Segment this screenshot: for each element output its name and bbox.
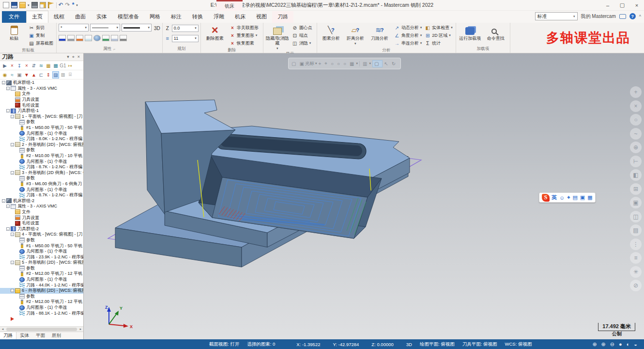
g1-post-icon[interactable]: G1	[60, 62, 66, 69]
delete-nonassociative-button[interactable]: × 非关联图形	[229, 24, 261, 32]
vertex-select-icon[interactable]: ⋮	[630, 238, 642, 250]
panel-menu-icon[interactable]: ▾	[65, 54, 71, 60]
tree-expander[interactable]: -	[6, 109, 10, 112]
line-width-select[interactable]: ▾	[122, 24, 152, 32]
edit-check-button[interactable]	[40, 2, 46, 8]
status-segment[interactable]: 选择的图素: 0	[247, 341, 275, 348]
shaded-edges-view-icon[interactable]: ◐	[627, 341, 630, 348]
ime-mic-icon[interactable]: ⌖	[567, 194, 570, 201]
tree-item[interactable]: - 属性 - 3 - AXIS VMC	[0, 86, 83, 92]
delete-entities-button[interactable]: × 删除图素	[203, 24, 227, 47]
tree-item[interactable]: 参数	[0, 294, 83, 300]
ime-english-icon[interactable]: 英	[552, 194, 557, 201]
help-icon[interactable]: ?	[629, 13, 636, 19]
tree-item[interactable]: #1 - M50.00 平铣刀 - 50 平铣	[0, 243, 83, 249]
scroll-left-icon[interactable]: ◂	[0, 327, 5, 331]
tree-expander[interactable]: -	[11, 143, 14, 146]
tree-item[interactable]: 刀路 - 8.7K - 1-2.NC - 程序编	[0, 192, 83, 198]
tree-item[interactable]: - 6 - 外形铣削 (2D) - [WCS: 俯视图	[0, 288, 83, 294]
manager-tab[interactable]: 层别	[48, 332, 64, 339]
flag-button[interactable]	[48, 2, 54, 8]
save-button[interactable]	[11, 2, 17, 8]
regen-selected-icon[interactable]: ↧	[16, 62, 23, 69]
unselect-all-ops-icon[interactable]: ×	[9, 62, 15, 69]
tree-expander[interactable]: -	[11, 171, 14, 174]
tree-expander[interactable]: -	[2, 199, 5, 203]
tree-expander[interactable]: -	[11, 289, 14, 292]
paste-button[interactable]: 粘贴	[2, 24, 26, 47]
tree-item[interactable]: - 属性 - 3 - AXIS VMC	[0, 204, 83, 209]
ribbon-tab[interactable]: 线框	[48, 11, 70, 23]
grid-icon[interactable]: ⊞	[630, 183, 642, 195]
tree-item[interactable]: 刀具设置	[0, 215, 83, 221]
layers-quick-icon[interactable]: ≡	[630, 252, 642, 264]
tree-item[interactable]: 参数	[0, 266, 83, 271]
status-segment[interactable]: Z: 0.00000	[371, 342, 393, 347]
tree-expander[interactable]: -	[6, 87, 10, 90]
tree-item[interactable]: 刀路 - 23.9K - 1-2.NC - 程序编	[0, 254, 83, 260]
my-mastercam-link[interactable]: 我的 Mastercam	[581, 13, 616, 20]
circle-select-icon[interactable]: ○	[630, 114, 642, 126]
feature-select-icon[interactable]: ▤	[630, 224, 642, 236]
level-input[interactable]: 11 ▾	[172, 35, 199, 42]
print-button[interactable]	[31, 2, 38, 8]
ribbon-tab[interactable]: 刀路	[272, 11, 293, 23]
clear-selection-icon[interactable]: ×	[630, 100, 642, 112]
outline-view-icon[interactable]: ⊖	[610, 341, 614, 348]
run-addin-button[interactable]: 运行加载项	[458, 24, 482, 46]
tree-item[interactable]: 刀具设置	[0, 97, 83, 103]
hidden-view-icon[interactable]: ⊕	[601, 341, 606, 348]
customize-button[interactable]: *	[72, 2, 75, 8]
tree-item[interactable]: - 3 - 外形铣削 (2D 倒角) - [WCS: 俯	[0, 170, 83, 176]
tree-item[interactable]: 文件	[0, 209, 83, 215]
overlay-tool-icon[interactable]: ▢	[291, 61, 298, 66]
plane-select-icon[interactable]: ◧	[630, 169, 642, 181]
graphics-viewport[interactable]: ▢ ▣ 光标 ▾ + ⌖	[84, 53, 644, 339]
window-select-icon[interactable]: ⊞	[60, 71, 66, 79]
z-depth-input[interactable]: 0.0 ▾	[172, 25, 199, 32]
tree-item[interactable]: - 机床群组-2	[0, 198, 83, 204]
tree-expander[interactable]: -	[6, 227, 10, 231]
tree-item[interactable]: #3 - M6.00 倒角刀 - 6 倒角刀	[0, 181, 83, 187]
regen-dirty-icon[interactable]: ×	[23, 62, 30, 69]
toggle-toolpath-display-icon[interactable]: ≈	[9, 71, 15, 79]
overlay-tool-icon[interactable]: ○	[331, 61, 336, 66]
minimize-button[interactable]: –	[600, 0, 615, 10]
move-insert-icon[interactable]: ⊏	[38, 71, 45, 79]
panel-pin-icon[interactable]: ⌖	[71, 54, 76, 60]
feedback-icon[interactable]	[619, 14, 626, 19]
open-dropdown[interactable]: ▾	[28, 3, 30, 7]
surface-color-chip[interactable]	[67, 35, 75, 41]
settings-quick-icon[interactable]: ✳	[630, 266, 642, 278]
analyze-entity-button[interactable]: ╲ ? 图素分析	[319, 24, 343, 47]
overlay-tool-icon[interactable]: ↻	[392, 61, 398, 66]
tree-item[interactable]: 几何图形 - (1) 个串连	[0, 277, 83, 283]
workspace-preset-select[interactable]: 标准 ▾	[535, 12, 578, 20]
tree-horizontal-scrollbar[interactable]: ◂ ▸	[0, 326, 83, 332]
select-all-ops-icon[interactable]: ▶	[1, 62, 8, 69]
copy-attributes-chip[interactable]	[111, 35, 118, 41]
ribbon-tab[interactable]: 文件	[2, 11, 26, 23]
tree-expander[interactable]: -	[11, 115, 14, 118]
tree-item[interactable]: - 2 - 外形铣削 (2D) - [WCS: 俯视图	[0, 142, 83, 148]
undo-button[interactable]: ↶	[59, 2, 63, 8]
tree-item[interactable]: 参数	[0, 238, 83, 243]
style-chip[interactable]	[120, 35, 127, 41]
post-icon[interactable]: ▩	[52, 62, 59, 69]
tree-item[interactable]: 毛坯设置	[0, 102, 83, 108]
cut-button[interactable]: ✂ 剪切	[28, 24, 54, 32]
tree-item[interactable]: 刀路 - 44.0K - 1-2.NC - 程序编	[0, 282, 83, 288]
scroll-right-icon[interactable]: ▸	[78, 327, 83, 331]
status-segment[interactable]: WCS: 俯视图	[505, 341, 532, 348]
tree-item[interactable]: 几何图形 - (1) 个串连	[0, 130, 83, 136]
autocursor-icon[interactable]: +	[630, 86, 642, 98]
overlay-tool-icon[interactable]: ○	[337, 61, 342, 66]
toggle-post-icon[interactable]: ▣	[16, 71, 23, 79]
tree-item[interactable]: - 机床群组-1	[0, 80, 83, 86]
solid-color-chip[interactable]	[76, 35, 83, 41]
analyze-chain-button[interactable]: → 串连分析 ▾	[393, 39, 423, 47]
analyze-angle-button[interactable]: ∠ 角度分析 ▾	[393, 32, 423, 39]
tree-item[interactable]: 参数	[0, 119, 83, 125]
manager-tab[interactable]: 刀路	[0, 332, 16, 339]
status-segment[interactable]: 绘图平面: 俯视图	[420, 341, 455, 348]
